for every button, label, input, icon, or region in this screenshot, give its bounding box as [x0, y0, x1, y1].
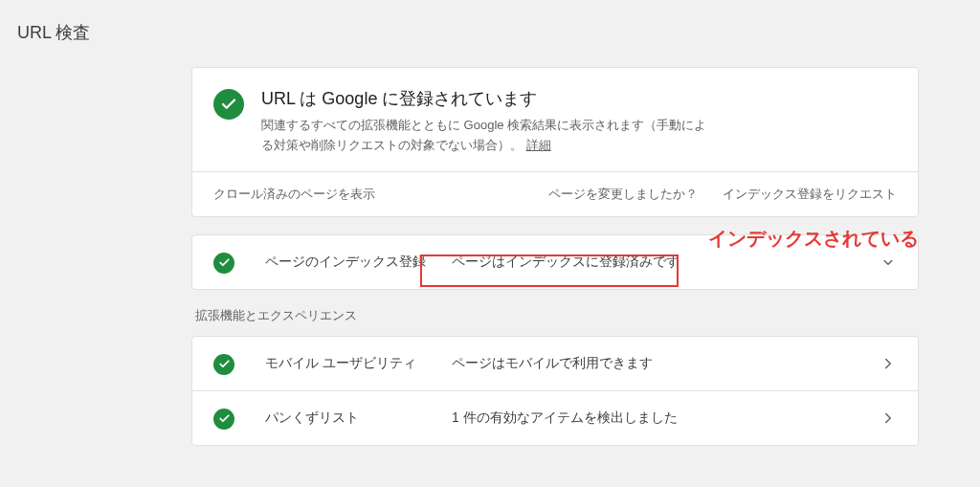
page-changed-action[interactable]: ページを変更しましたか？	[548, 186, 698, 203]
summary-desc-line1: 関連するすべての拡張機能とともに Google 検索結果に表示されます（手動によ	[261, 118, 706, 132]
checkmark-icon	[213, 409, 234, 430]
checkmark-icon	[213, 89, 244, 120]
summary-card-top: URL は Google に登録されています 関連するすべての拡張機能とともに …	[192, 68, 918, 171]
content-area: URL は Google に登録されています 関連するすべての拡張機能とともに …	[191, 67, 919, 446]
mobile-usability-row[interactable]: モバイル ユーザビリティ ページはモバイルで利用できます	[192, 337, 918, 390]
summary-text-block: URL は Google に登録されています 関連するすべての拡張機能とともに …	[261, 87, 706, 156]
breadcrumbs-row[interactable]: パンくずリスト 1 件の有効なアイテムを検出しました	[192, 390, 918, 445]
checkmark-icon	[213, 253, 234, 274]
view-crawled-page-action[interactable]: クロール済みのページを表示	[213, 186, 375, 203]
page-title: URL 検査	[17, 21, 90, 44]
index-status-card[interactable]: ページのインデックス登録 ページはインデックスに登録済みです	[191, 234, 919, 290]
details-link[interactable]: 詳細	[526, 138, 551, 152]
summary-card: URL は Google に登録されています 関連するすべての拡張機能とともに …	[191, 67, 919, 217]
breadcrumbs-label: パンくずリスト	[265, 410, 452, 427]
mobile-usability-value: ページはモバイルで利用できます	[452, 355, 880, 372]
chevron-right-icon	[880, 410, 897, 427]
summary-desc-line2: る対策や削除リクエストの対象でない場合）。	[261, 138, 523, 152]
index-status-label: ページのインデックス登録	[265, 254, 452, 271]
summary-description: 関連するすべての拡張機能とともに Google 検索結果に表示されます（手動によ…	[261, 116, 706, 156]
checkmark-icon	[213, 354, 234, 375]
index-status-value: ページはインデックスに登録済みです	[452, 254, 880, 271]
mobile-usability-label: モバイル ユーザビリティ	[265, 355, 452, 372]
summary-title: URL は Google に登録されています	[261, 87, 706, 110]
enhancements-card: モバイル ユーザビリティ ページはモバイルで利用できます パンくずリスト 1 件…	[191, 336, 919, 446]
index-status-row[interactable]: ページのインデックス登録 ページはインデックスに登録済みです	[192, 235, 918, 289]
summary-actions: クロール済みのページを表示 ページを変更しましたか？ インデックス登録をリクエス…	[192, 171, 918, 216]
chevron-right-icon	[880, 355, 897, 372]
request-indexing-action[interactable]: インデックス登録をリクエスト	[723, 186, 897, 203]
breadcrumbs-value: 1 件の有効なアイテムを検出しました	[452, 410, 880, 427]
enhancements-heading: 拡張機能とエクスペリエンス	[195, 307, 919, 324]
chevron-down-icon	[880, 254, 897, 271]
